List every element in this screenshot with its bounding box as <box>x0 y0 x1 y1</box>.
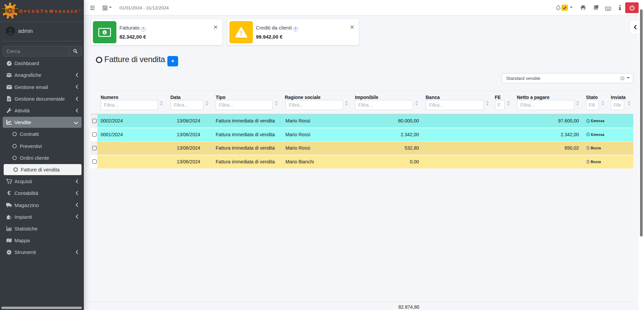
svg-text:OSM: OSM <box>5 9 15 13</box>
svg-text:1: 1 <box>104 31 106 34</box>
